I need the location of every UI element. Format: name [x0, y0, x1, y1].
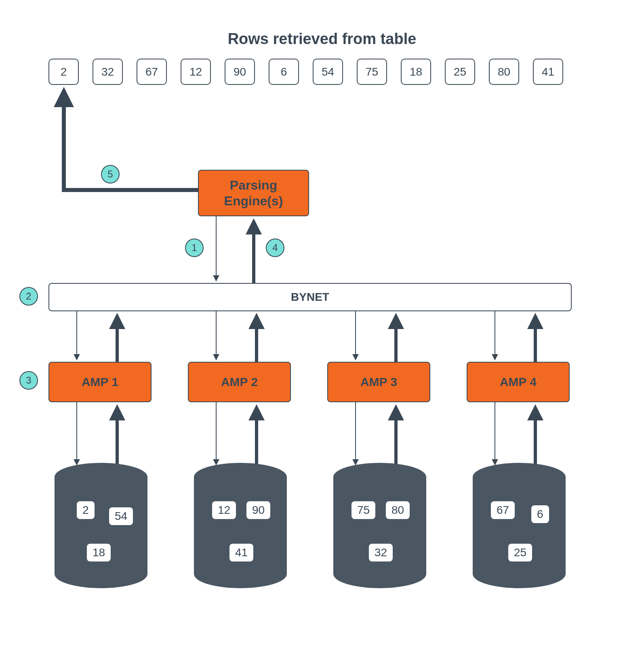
disk: 67625 [473, 463, 566, 588]
disk-row: 2541812904175803267625 [55, 463, 566, 588]
row-box: 2 [48, 59, 79, 85]
disk: 25418 [55, 463, 147, 588]
disk-chip: 6 [531, 505, 549, 523]
disk-chip: 25 [508, 544, 532, 561]
row-box: 90 [225, 59, 255, 85]
parsing-engine-box: ParsingEngine(s) [198, 170, 309, 216]
row-box: 54 [313, 59, 343, 85]
diagram-title: Rows retrieved from table [0, 30, 644, 48]
step-circle: 3 [19, 371, 38, 390]
amp-box: AMP 2 [188, 362, 291, 402]
row-box: 80 [489, 59, 519, 85]
amp-box: AMP 4 [467, 362, 570, 402]
step-circle: 2 [19, 287, 38, 306]
disk-chip: 2 [77, 501, 95, 519]
amp-box: AMP 3 [327, 362, 430, 402]
row-box: 25 [445, 59, 475, 85]
row-box: 6 [269, 59, 299, 85]
disk-chip: 54 [109, 507, 133, 525]
disk-chip: 18 [87, 544, 111, 561]
step-circle: 1 [185, 239, 204, 257]
row-box: 41 [533, 59, 563, 85]
amp-box: AMP 1 [48, 362, 152, 402]
step-circle: 4 [266, 239, 284, 257]
row-boxes-container: 2326712906547518258041 [48, 59, 563, 85]
disk-chip: 41 [229, 544, 253, 561]
disk-chip: 80 [386, 501, 410, 519]
row-box: 75 [357, 59, 387, 85]
row-box: 67 [137, 59, 167, 85]
disk-chip: 90 [246, 501, 270, 519]
disk-chip: 67 [491, 501, 515, 519]
bynet-box: BYNET [48, 283, 572, 311]
row-box: 32 [93, 59, 123, 85]
disk-chip: 12 [212, 501, 236, 519]
step-circle: 5 [101, 165, 120, 184]
disk-chip: 32 [369, 544, 393, 561]
row-box: 18 [401, 59, 431, 85]
disk-chip: 75 [351, 501, 375, 519]
disk: 129041 [194, 463, 287, 588]
amp-row: AMP 1AMP 2AMP 3AMP 4 [48, 362, 570, 402]
disk: 758032 [333, 463, 426, 588]
row-box: 12 [181, 59, 211, 85]
